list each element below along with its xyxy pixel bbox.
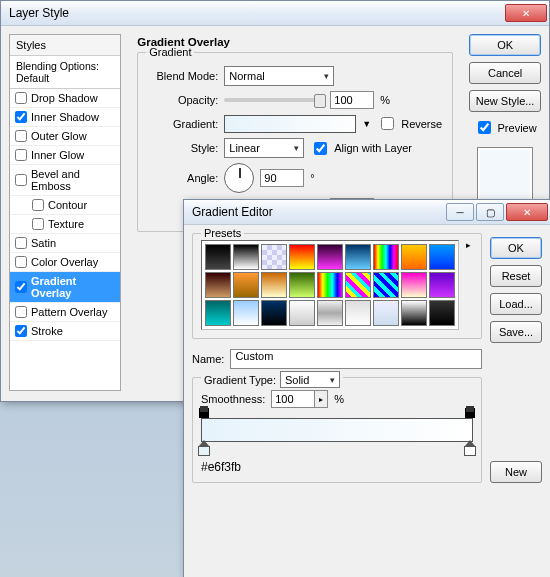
- preset-swatch[interactable]: [345, 300, 371, 326]
- close-icon[interactable]: ✕: [506, 203, 548, 221]
- style-checkbox[interactable]: [15, 325, 27, 337]
- gradient-editor-window: Gradient Editor ─ ▢ ✕ Presets ▸ Name: Cu…: [183, 199, 550, 577]
- gradient-legend: Gradient: [146, 46, 194, 58]
- reverse-checkbox[interactable]: Reverse: [377, 114, 442, 133]
- stepper-icon[interactable]: ▸: [315, 390, 328, 408]
- ok-button[interactable]: OK: [469, 34, 541, 56]
- style-checkbox[interactable]: [15, 174, 27, 186]
- ge-load-button[interactable]: Load...: [490, 293, 542, 315]
- gradient-bar[interactable]: [201, 418, 473, 442]
- preset-swatch[interactable]: [261, 272, 287, 298]
- style-checkbox[interactable]: [32, 199, 44, 211]
- presets-menu-icon[interactable]: ▸: [463, 240, 473, 330]
- ge-new-button[interactable]: New: [490, 461, 542, 483]
- align-checkbox[interactable]: Align with Layer: [310, 139, 412, 158]
- style-label: Bevel and Emboss: [31, 168, 115, 192]
- preset-swatch[interactable]: [345, 244, 371, 270]
- preset-swatch[interactable]: [261, 244, 287, 270]
- layer-style-titlebar[interactable]: Layer Style ✕: [1, 1, 549, 26]
- name-input[interactable]: Custom: [230, 349, 482, 369]
- angle-dial[interactable]: [224, 163, 254, 193]
- preset-swatch[interactable]: [373, 272, 399, 298]
- preset-swatch[interactable]: [429, 272, 455, 298]
- presets-group: Presets ▸: [192, 233, 482, 339]
- opacity-stop[interactable]: [199, 408, 209, 418]
- ge-save-button[interactable]: Save...: [490, 321, 542, 343]
- style-item-stroke[interactable]: Stroke: [10, 322, 120, 341]
- color-stop[interactable]: [464, 440, 476, 454]
- style-checkbox[interactable]: [15, 92, 27, 104]
- preset-swatch[interactable]: [233, 244, 259, 270]
- style-item-inner-shadow[interactable]: Inner Shadow: [10, 108, 120, 127]
- style-checkbox[interactable]: [15, 281, 27, 293]
- minimize-icon[interactable]: ─: [446, 203, 474, 221]
- preset-swatch[interactable]: [289, 300, 315, 326]
- style-checkbox[interactable]: [15, 256, 27, 268]
- style-checkbox[interactable]: [15, 111, 27, 123]
- layer-style-title: Layer Style: [9, 6, 69, 20]
- style-checkbox[interactable]: [15, 149, 27, 161]
- style-item-satin[interactable]: Satin: [10, 234, 120, 253]
- preset-swatch[interactable]: [233, 300, 259, 326]
- preview-checkbox[interactable]: Preview: [469, 118, 541, 137]
- hex-value: #e6f3fb: [201, 460, 473, 474]
- style-item-outer-glow[interactable]: Outer Glow: [10, 127, 120, 146]
- presets-label: Presets: [201, 227, 244, 239]
- preset-swatch[interactable]: [205, 272, 231, 298]
- preset-swatch[interactable]: [345, 272, 371, 298]
- preset-swatch[interactable]: [429, 244, 455, 270]
- maximize-icon[interactable]: ▢: [476, 203, 504, 221]
- preset-swatch[interactable]: [429, 300, 455, 326]
- style-checkbox[interactable]: [15, 306, 27, 318]
- preset-swatch[interactable]: [401, 244, 427, 270]
- style-label: Contour: [48, 199, 87, 211]
- style-item-color-overlay[interactable]: Color Overlay: [10, 253, 120, 272]
- pct-label: %: [334, 393, 344, 405]
- preset-swatch[interactable]: [205, 244, 231, 270]
- smooth-value[interactable]: 100: [271, 390, 315, 408]
- ge-reset-button[interactable]: Reset: [490, 265, 542, 287]
- gtype-select[interactable]: Solid: [280, 371, 340, 388]
- chevron-down-icon[interactable]: ▼: [362, 119, 371, 129]
- opacity-slider[interactable]: [224, 98, 324, 102]
- style-item-texture[interactable]: Texture: [10, 215, 120, 234]
- blending-options-row[interactable]: Blending Options: Default: [10, 56, 120, 89]
- style-checkbox[interactable]: [32, 218, 44, 230]
- opacity-stop[interactable]: [465, 408, 475, 418]
- style-checkbox[interactable]: [15, 237, 27, 249]
- color-stop[interactable]: [198, 440, 210, 454]
- preset-swatch[interactable]: [205, 300, 231, 326]
- ge-ok-button[interactable]: OK: [490, 237, 542, 259]
- gradient-swatch[interactable]: [224, 115, 356, 133]
- preset-swatch[interactable]: [317, 300, 343, 326]
- style-item-drop-shadow[interactable]: Drop Shadow: [10, 89, 120, 108]
- preset-swatch[interactable]: [401, 300, 427, 326]
- style-item-pattern-overlay[interactable]: Pattern Overlay: [10, 303, 120, 322]
- preset-swatch[interactable]: [261, 300, 287, 326]
- preset-swatch[interactable]: [401, 272, 427, 298]
- style-item-gradient-overlay[interactable]: Gradient Overlay: [10, 272, 120, 303]
- preset-swatch[interactable]: [373, 244, 399, 270]
- preset-swatch[interactable]: [233, 272, 259, 298]
- close-icon[interactable]: ✕: [505, 4, 547, 22]
- gradient-label: Gradient:: [148, 118, 218, 130]
- preset-swatch[interactable]: [317, 272, 343, 298]
- angle-value[interactable]: 90: [260, 169, 304, 187]
- blendmode-select[interactable]: Normal: [224, 66, 334, 86]
- preview-swatch: [477, 147, 533, 203]
- styles-header[interactable]: Styles: [10, 35, 120, 56]
- style-select[interactable]: Linear: [224, 138, 304, 158]
- new-style-button[interactable]: New Style...: [469, 90, 541, 112]
- opacity-value[interactable]: 100: [330, 91, 374, 109]
- cancel-button[interactable]: Cancel: [469, 62, 541, 84]
- gradient-editor-titlebar[interactable]: Gradient Editor ─ ▢ ✕: [184, 200, 550, 225]
- style-item-bevel-and-emboss[interactable]: Bevel and Emboss: [10, 165, 120, 196]
- preset-swatch[interactable]: [373, 300, 399, 326]
- preset-swatch[interactable]: [289, 272, 315, 298]
- style-checkbox[interactable]: [15, 130, 27, 142]
- style-item-contour[interactable]: Contour: [10, 196, 120, 215]
- preset-swatch[interactable]: [289, 244, 315, 270]
- pct-label: %: [380, 94, 390, 106]
- preset-swatch[interactable]: [317, 244, 343, 270]
- style-item-inner-glow[interactable]: Inner Glow: [10, 146, 120, 165]
